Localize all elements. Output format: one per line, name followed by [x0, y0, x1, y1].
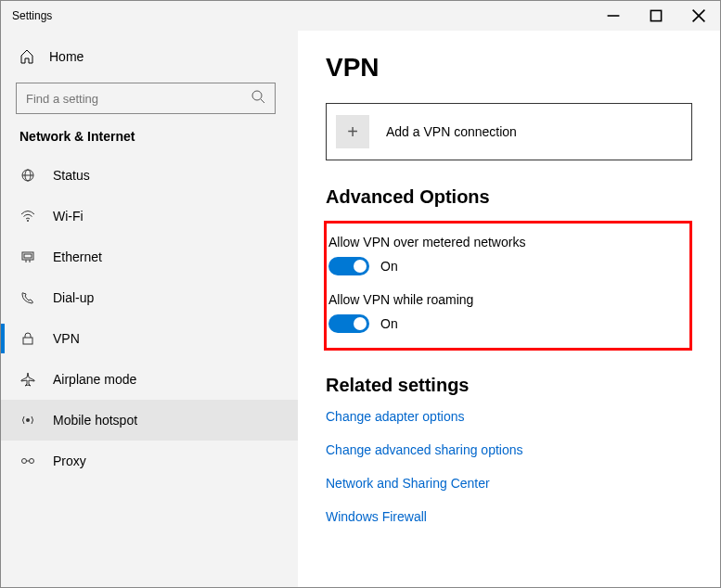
- window-title: Settings: [1, 9, 52, 22]
- airplane-icon: [19, 372, 36, 387]
- link-firewall[interactable]: Windows Firewall: [326, 509, 692, 524]
- home-button[interactable]: Home: [1, 38, 298, 75]
- home-icon: [19, 49, 34, 64]
- main-content: VPN + Add a VPN connection Advanced Opti…: [298, 31, 720, 587]
- metered-toggle[interactable]: [328, 257, 369, 275]
- highlight-box: Allow VPN over metered networks On Allow…: [324, 221, 692, 351]
- svg-point-16: [22, 459, 27, 464]
- advanced-options-title: Advanced Options: [326, 186, 692, 208]
- sidebar: Home Network & Internet Status Wi-Fi Eth…: [1, 31, 298, 587]
- sidebar-item-vpn[interactable]: VPN: [1, 318, 298, 359]
- page-title: VPN: [326, 53, 692, 83]
- search-field[interactable]: [26, 92, 251, 106]
- plus-icon: +: [336, 115, 369, 148]
- close-button[interactable]: [677, 1, 720, 31]
- related-settings-title: Related settings: [326, 375, 692, 396]
- proxy-icon: [19, 454, 36, 468]
- sidebar-item-proxy[interactable]: Proxy: [1, 441, 298, 481]
- hotspot-icon: [19, 413, 36, 428]
- sidebar-item-label: VPN: [53, 331, 80, 346]
- add-vpn-label: Add a VPN connection: [386, 124, 517, 139]
- svg-rect-11: [24, 254, 32, 258]
- vpn-icon: [19, 331, 36, 346]
- dialup-icon: [19, 290, 36, 305]
- sidebar-item-label: Airplane mode: [53, 372, 136, 387]
- roaming-label: Allow VPN while roaming: [327, 292, 675, 307]
- svg-rect-1: [650, 10, 661, 20]
- svg-point-9: [27, 220, 29, 222]
- roaming-state: On: [380, 316, 398, 331]
- metered-state: On: [380, 259, 398, 274]
- sidebar-item-label: Proxy: [53, 454, 86, 468]
- svg-point-15: [26, 418, 30, 422]
- category-header: Network & Internet: [1, 129, 298, 155]
- sidebar-item-status[interactable]: Status: [1, 155, 298, 196]
- metered-label: Allow VPN over metered networks: [327, 235, 675, 249]
- svg-point-17: [30, 459, 34, 464]
- sidebar-item-label: Mobile hotspot: [53, 413, 137, 428]
- search-icon: [251, 89, 265, 108]
- sidebar-item-label: Ethernet: [53, 249, 102, 264]
- svg-point-4: [252, 91, 262, 100]
- status-icon: [19, 168, 36, 183]
- sidebar-item-ethernet[interactable]: Ethernet: [1, 236, 298, 277]
- sidebar-item-hotspot[interactable]: Mobile hotspot: [1, 400, 298, 441]
- roaming-toggle[interactable]: [328, 314, 369, 333]
- ethernet-icon: [19, 249, 36, 264]
- minimize-button[interactable]: [592, 1, 635, 31]
- sidebar-item-label: Status: [53, 168, 90, 183]
- sidebar-item-dialup[interactable]: Dial-up: [1, 277, 298, 318]
- maximize-button[interactable]: [635, 1, 677, 31]
- add-vpn-button[interactable]: + Add a VPN connection: [326, 103, 692, 160]
- wifi-icon: [19, 209, 36, 224]
- link-adapter-options[interactable]: Change adapter options: [326, 409, 692, 424]
- sidebar-item-label: Wi-Fi: [53, 209, 84, 224]
- nav-list: Status Wi-Fi Ethernet Dial-up VPN Airpla…: [1, 155, 298, 481]
- link-sharing-options[interactable]: Change advanced sharing options: [326, 442, 692, 457]
- search-input[interactable]: [16, 83, 276, 114]
- svg-line-5: [261, 99, 264, 103]
- svg-rect-14: [23, 338, 32, 344]
- link-network-center[interactable]: Network and Sharing Center: [326, 476, 692, 491]
- titlebar: Settings: [1, 1, 720, 31]
- sidebar-item-airplane[interactable]: Airplane mode: [1, 359, 298, 400]
- sidebar-item-wifi[interactable]: Wi-Fi: [1, 196, 298, 236]
- window-controls: [592, 1, 720, 31]
- sidebar-item-label: Dial-up: [53, 290, 94, 305]
- home-label: Home: [49, 49, 84, 64]
